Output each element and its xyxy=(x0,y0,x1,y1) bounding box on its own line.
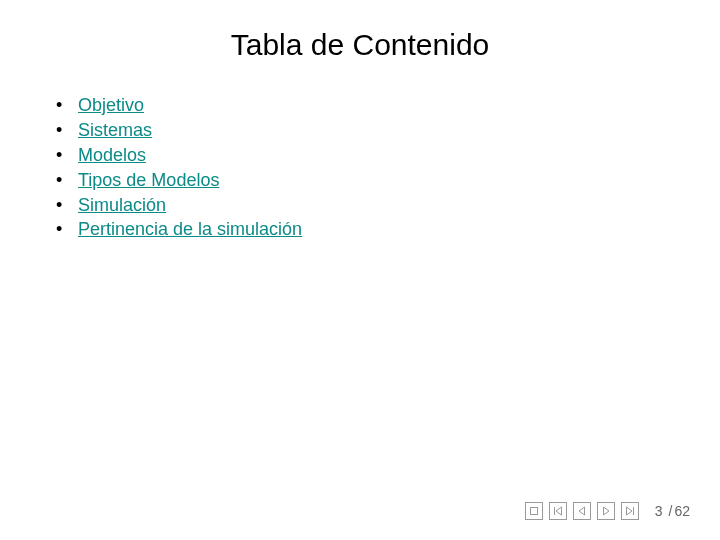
toc-link-pertinencia[interactable]: Pertinencia de la simulación xyxy=(78,220,302,239)
nav-first-button[interactable] xyxy=(549,502,567,520)
svg-marker-5 xyxy=(626,507,632,515)
toc-link-simulacion[interactable]: Simulación xyxy=(78,196,166,215)
table-of-contents: • Objetivo • Sistemas • Modelos • Tipos … xyxy=(56,96,302,245)
toc-link-sistemas[interactable]: Sistemas xyxy=(78,121,152,140)
nav-next-button[interactable] xyxy=(597,502,615,520)
toc-link-objetivo[interactable]: Objetivo xyxy=(78,96,144,115)
list-item: • Sistemas xyxy=(56,121,302,140)
first-icon xyxy=(553,506,563,516)
list-item: • Pertinencia de la simulación xyxy=(56,220,302,239)
toc-link-modelos[interactable]: Modelos xyxy=(78,146,146,165)
svg-marker-4 xyxy=(603,507,609,515)
bullet-icon: • xyxy=(56,220,78,239)
svg-marker-2 xyxy=(556,507,562,515)
nav-prev-button[interactable] xyxy=(573,502,591,520)
page-title: Tabla de Contenido xyxy=(0,28,720,62)
page-counter: 3 /62 xyxy=(655,503,690,519)
slide: Tabla de Contenido • Objetivo • Sistemas… xyxy=(0,0,720,540)
bullet-icon: • xyxy=(56,96,78,115)
nav-last-button[interactable] xyxy=(621,502,639,520)
list-item: • Tipos de Modelos xyxy=(56,171,302,190)
stop-icon xyxy=(529,506,539,516)
toc-link-tipos-de-modelos[interactable]: Tipos de Modelos xyxy=(78,171,219,190)
nav-stop-button[interactable] xyxy=(525,502,543,520)
bullet-icon: • xyxy=(56,196,78,215)
list-item: • Modelos xyxy=(56,146,302,165)
nav-bar: 3 /62 xyxy=(525,502,690,520)
last-icon xyxy=(625,506,635,516)
bullet-icon: • xyxy=(56,121,78,140)
page-current: 3 xyxy=(655,503,663,519)
prev-icon xyxy=(577,506,587,516)
list-item: • Simulación xyxy=(56,196,302,215)
svg-marker-3 xyxy=(579,507,585,515)
next-icon xyxy=(601,506,611,516)
svg-rect-0 xyxy=(530,508,537,515)
list-item: • Objetivo xyxy=(56,96,302,115)
bullet-icon: • xyxy=(56,171,78,190)
bullet-icon: • xyxy=(56,146,78,165)
page-total: 62 xyxy=(674,503,690,519)
